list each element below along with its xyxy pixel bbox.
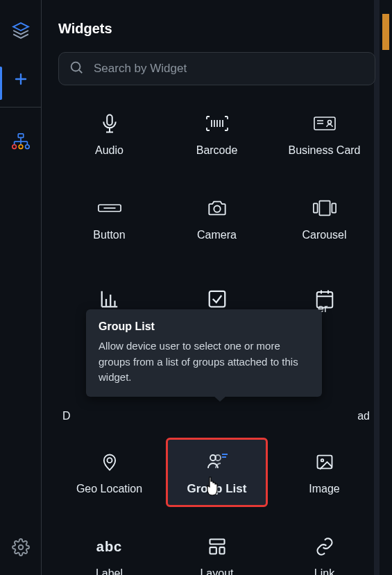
widget-label: Layout — [200, 567, 233, 575]
checkbox-icon — [205, 286, 230, 311]
widget-label: Group List — [187, 482, 247, 496]
svg-point-12 — [18, 545, 23, 550]
svg-point-24 — [327, 121, 331, 124]
tooltip-body: Allow device user to select one or more … — [99, 338, 309, 386]
camera-icon — [205, 196, 230, 221]
svg-line-14 — [79, 70, 82, 73]
search-input[interactable] — [94, 62, 365, 76]
svg-point-55 — [321, 459, 323, 462]
widget-label[interactable]: abc Label — [58, 522, 160, 575]
svg-rect-32 — [332, 203, 336, 212]
svg-rect-15 — [107, 115, 112, 126]
widget-label: Barcode — [196, 144, 238, 157]
widget-label: ad — [357, 410, 370, 422]
svg-rect-38 — [209, 291, 225, 307]
rail-divider — [0, 107, 42, 108]
svg-rect-57 — [210, 547, 216, 553]
layers-icon[interactable] — [7, 17, 35, 44]
widget-audio[interactable]: Audio — [58, 99, 160, 169]
svg-point-49 — [107, 458, 112, 463]
svg-rect-3 — [18, 134, 24, 138]
panel-title: Widgets — [58, 21, 375, 37]
tooltip-title: Group List — [99, 320, 309, 333]
widget-image[interactable]: Image — [273, 438, 375, 507]
svg-rect-58 — [219, 547, 224, 553]
image-icon — [312, 449, 337, 474]
svg-marker-0 — [13, 23, 28, 31]
widget-label: Carousel — [302, 229, 346, 241]
map-pin-icon — [97, 449, 122, 474]
bar-chart-icon — [97, 286, 122, 311]
widget-label: Button — [93, 229, 125, 241]
svg-point-9 — [12, 145, 16, 149]
svg-rect-56 — [210, 540, 224, 544]
widget-label: D — [62, 410, 71, 422]
widget-camera[interactable]: Camera — [166, 184, 268, 253]
text-abc-icon: abc — [97, 534, 122, 559]
svg-rect-30 — [319, 201, 330, 216]
svg-point-13 — [71, 62, 80, 71]
id-card-icon — [312, 111, 337, 136]
microphone-icon — [97, 111, 122, 136]
widget-label: Business Card — [288, 144, 360, 157]
tooltip-arrow — [214, 396, 226, 402]
sitemap-icon[interactable] — [7, 128, 35, 156]
widget-businesscard[interactable]: Business Card — [273, 99, 375, 169]
left-nav-rail — [0, 0, 42, 575]
widgets-panel: Widgets Audio Barcode Business Ca — [42, 0, 392, 575]
add-icon[interactable] — [7, 65, 35, 93]
widget-label: Link — [314, 567, 334, 575]
link-icon — [312, 534, 337, 559]
svg-point-11 — [25, 145, 29, 149]
search-icon — [69, 60, 84, 78]
widget-grouplist[interactable]: Group List — [166, 438, 268, 507]
layout-icon — [205, 534, 230, 559]
button-icon — [97, 196, 122, 221]
widget-layout[interactable]: Layout — [166, 522, 268, 575]
barcode-icon — [205, 111, 230, 136]
active-indicator — [0, 67, 2, 100]
search-field[interactable] — [58, 52, 375, 85]
widget-geolocation[interactable]: Geo Location — [58, 438, 160, 507]
svg-point-10 — [19, 145, 23, 149]
widget-label: Audio — [95, 144, 123, 157]
widget-button[interactable]: Button — [58, 184, 160, 253]
widget-barcode[interactable]: Barcode — [166, 99, 268, 169]
widget-label: Geo Location — [76, 483, 142, 495]
widget-label: Image — [309, 483, 339, 495]
settings-icon[interactable] — [7, 533, 35, 561]
svg-rect-54 — [317, 456, 332, 469]
svg-point-29 — [214, 206, 220, 212]
tooltip: Group List Allow device user to select o… — [86, 309, 322, 397]
group-list-icon — [205, 449, 230, 474]
widget-link[interactable]: Link — [273, 522, 375, 575]
svg-rect-31 — [313, 203, 317, 212]
widget-carousel[interactable]: Carousel — [273, 184, 375, 253]
carousel-icon — [312, 196, 337, 221]
widget-label-text: Label — [96, 567, 123, 575]
widget-label: Camera — [197, 229, 237, 241]
